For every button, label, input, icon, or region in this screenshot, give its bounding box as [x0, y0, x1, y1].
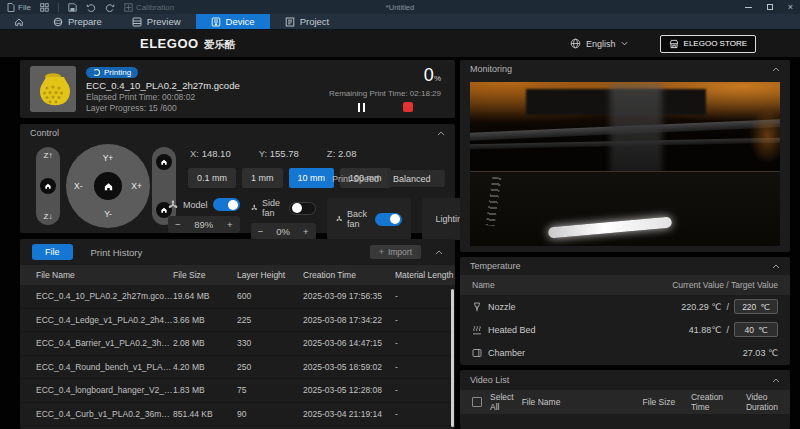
stop-button[interactable] — [403, 102, 413, 112]
y-plus-button[interactable]: Y+ — [103, 153, 114, 163]
home-icon — [44, 182, 52, 190]
z-up-button[interactable]: Z↑ — [44, 151, 53, 160]
tab-device[interactable]: Device — [196, 14, 270, 29]
file-menu-label: File — [18, 3, 31, 12]
home-icon — [160, 158, 168, 166]
temperature-table-header: Name Current Value / Target Value — [460, 275, 790, 295]
remaining-time-label: Remaining Print Time: — [329, 89, 408, 98]
undo-button[interactable] — [86, 3, 96, 12]
store-icon — [669, 39, 679, 49]
step-1mm-button[interactable]: 1 mm — [242, 168, 283, 188]
select-all-checkbox[interactable] — [472, 397, 482, 407]
status-badge-label: Printing — [104, 68, 131, 77]
step-10mm-button[interactable]: 10 mm — [289, 168, 335, 188]
tab-preview[interactable]: Preview — [117, 14, 196, 29]
z-down-button[interactable]: Z↓ — [44, 212, 53, 221]
window-controls: × — [745, 3, 793, 12]
app-window: File Calibration *Untitled × — [0, 0, 800, 429]
elegoo-store-button[interactable]: ELEGOO STORE — [660, 35, 756, 53]
chamber-label: Chamber — [488, 348, 525, 358]
table-row[interactable]: ECC_0.4_Round_bench_v1_PLA0.2_2h34m... 4… — [20, 356, 455, 380]
chamber-current-value: 27.03 ℃ — [743, 348, 778, 358]
xy-jog-circle: Y+ Y- X- X+ — [66, 144, 150, 228]
file-list-scrollbar[interactable] — [451, 289, 454, 427]
back-fan-label: Back fan — [347, 209, 370, 229]
device-icon — [211, 17, 221, 27]
jog-pad: Z↑ Z↓ Y+ Y- X- X+ — [36, 144, 178, 228]
collapse-files-icon[interactable] — [435, 250, 443, 255]
table-row[interactable]: ECC_0.4_Barrier_v1_PLA0.2_3h4m.gcode 2.0… — [20, 332, 455, 356]
plus-button[interactable]: + — [303, 226, 309, 237]
redo-button[interactable] — [105, 3, 115, 12]
model-fan-toggle[interactable] — [213, 198, 240, 211]
x-coord-label: X: — [190, 148, 199, 159]
collapse-video-icon[interactable] — [772, 378, 780, 383]
camera-feed — [470, 82, 780, 246]
file-table-header: File Name File Size Layer Height Creatio… — [20, 265, 455, 285]
model-fan-group: Model − 89% + — [168, 198, 240, 240]
nozzle-icon — [472, 302, 482, 312]
xy-home-button[interactable] — [94, 172, 122, 200]
brand-name: ELEGOO — [140, 36, 199, 51]
y-minus-button[interactable]: Y- — [104, 209, 112, 219]
model-fan-label: Model — [183, 200, 208, 210]
heated-bed-label: Heated Bed — [488, 325, 536, 335]
print-speed-control: Print Speed Balanced — [332, 170, 445, 187]
home-all-button[interactable] — [156, 154, 172, 170]
language-selector[interactable]: English — [570, 38, 628, 49]
nozzle-target-input[interactable]: 220 ℃ — [734, 299, 778, 314]
tab-project[interactable]: Project — [270, 14, 345, 29]
video-list-card: Video List Select All File Name File Siz… — [460, 370, 790, 429]
side-fan-label: Side fan — [262, 198, 284, 218]
nozzle-current-value: 220.29 ℃ — [681, 302, 721, 312]
tab-prepare[interactable]: Prepare — [38, 14, 117, 29]
minus-button[interactable]: − — [258, 226, 264, 237]
y-coord-value: 155.78 — [270, 148, 299, 159]
tab-project-label: Project — [300, 16, 330, 27]
file-menu[interactable]: File — [7, 3, 31, 12]
back-fan-group: Back fan — [327, 198, 411, 240]
tab-preview-label: Preview — [147, 16, 181, 27]
back-fan-toggle[interactable] — [375, 213, 402, 226]
z-home-button[interactable] — [40, 178, 56, 194]
document-title: *Untitled — [0, 3, 800, 12]
remaining-time-value: 02:18:29 — [410, 89, 441, 98]
remaining-time: Remaining Print Time: 02:18:29 — [329, 89, 441, 98]
nozzle-label: Nozzle — [488, 302, 516, 312]
home-button[interactable] — [0, 14, 38, 29]
print-speed-select[interactable]: Balanced — [387, 170, 445, 187]
pause-button[interactable] — [358, 103, 366, 112]
workspace-grid-button[interactable] — [40, 3, 49, 12]
table-row[interactable]: ECC_0.4_Curb_v1_PLA0.2_36m45s.gcode 851.… — [20, 403, 455, 427]
brand-header: ELEGOO 爱乐酷 English ELEGOO STORE — [0, 30, 800, 57]
plus-button[interactable]: + — [227, 219, 233, 230]
control-card: Control Z↑ Z↓ Y+ Y- X- — [20, 124, 455, 233]
col-material-length: Material Length — [395, 270, 455, 280]
video-list-title: Video List — [470, 375, 509, 385]
step-0.1mm-button[interactable]: 0.1 mm — [188, 168, 236, 188]
model-fan-value: 89% — [194, 219, 213, 230]
heated-bed-target-input[interactable]: 40 ℃ — [734, 322, 778, 337]
minimize-button[interactable] — [745, 7, 752, 8]
table-row[interactable]: ECC_0.4_10_PLA0.2_2h27m.gcode 19.64 MB 6… — [20, 285, 455, 309]
collapse-monitoring-icon[interactable] — [772, 67, 780, 72]
maximize-button[interactable] — [767, 4, 773, 10]
close-button[interactable]: × — [788, 3, 793, 12]
x-plus-button[interactable]: X+ — [131, 181, 142, 191]
save-button[interactable] — [68, 3, 77, 12]
collapse-temperature-icon[interactable] — [772, 264, 780, 269]
import-button[interactable]: + Import — [370, 245, 421, 259]
x-minus-button[interactable]: X- — [74, 181, 83, 191]
temperature-title: Temperature — [470, 261, 521, 271]
table-row[interactable]: ECC_0.4_longboard_hanger_V2_9mm_v1_... 1… — [20, 379, 455, 403]
calibration-button[interactable]: Calibration — [124, 3, 174, 12]
layer-progress-value: 15 /600 — [148, 103, 176, 113]
monitoring-title: Monitoring — [470, 64, 512, 74]
collapse-control-icon[interactable] — [437, 131, 445, 136]
side-fan-toggle[interactable] — [289, 202, 316, 215]
titlebar-divider — [58, 3, 59, 12]
tab-file[interactable]: File — [32, 244, 73, 260]
minus-button[interactable]: − — [175, 219, 181, 230]
tab-print-history[interactable]: Print History — [91, 247, 143, 258]
table-row[interactable]: ECC_0.4_Ledge_v1_PLA0.2_2h43m.gcode 3.66… — [20, 309, 455, 333]
